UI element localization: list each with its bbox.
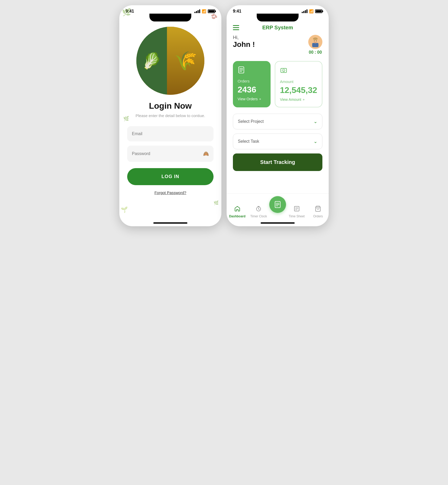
select-task-label: Select Task: [238, 139, 259, 144]
leaf-decor-br: 🌿: [214, 200, 219, 205]
leaf-decor-tr: 🫘: [211, 13, 217, 19]
dashboard-nav-icon: [234, 206, 240, 213]
password-field-container[interactable]: 🙈: [127, 146, 214, 162]
select-task-chevron: ⌄: [313, 139, 317, 144]
view-orders-link[interactable]: View Orders »: [238, 97, 266, 101]
nav-item-orders[interactable]: Orders: [307, 206, 329, 218]
view-amount-chevron: »: [303, 98, 305, 101]
erp-content: Hi, John !: [227, 35, 329, 193]
select-task-dropdown[interactable]: Select Task ⌄: [233, 134, 322, 149]
hero-left: 🥬: [136, 27, 167, 95]
avatar-container: 00 : 00: [308, 35, 322, 55]
hero-image: 🥬 🌾: [136, 27, 204, 95]
hero-right: 🌾: [167, 27, 204, 95]
email-input[interactable]: [132, 131, 209, 136]
login-button[interactable]: LOG IN: [127, 168, 214, 185]
signal-bars: [194, 9, 200, 13]
leaf-decor-bl: 🌱: [121, 206, 128, 213]
bottom-nav: Dashboard Timer Clock: [227, 193, 329, 222]
avatar[interactable]: [308, 35, 322, 49]
select-project-label: Select Project: [238, 119, 264, 124]
battery-icon: [208, 9, 215, 13]
notch: [149, 14, 191, 21]
svg-rect-0: [312, 43, 318, 47]
dashboard-nav-label: Dashboard: [229, 214, 245, 218]
stats-row: Orders 2436 View Orders » $: [233, 61, 322, 107]
erp-wifi-icon: 📶: [309, 9, 313, 13]
toggle-password-icon[interactable]: 🙈: [203, 151, 209, 157]
nav-center-fab[interactable]: [269, 196, 286, 213]
forgot-password-link[interactable]: Forgot Password?: [154, 190, 186, 195]
orders-icon: [238, 66, 266, 75]
view-amount-link[interactable]: View Amount »: [280, 97, 317, 102]
timer-nav-icon: [255, 206, 262, 213]
avatar-icon: [310, 37, 321, 47]
login-title: Login Now: [149, 101, 192, 111]
amount-svg-icon: $: [280, 67, 287, 74]
greeting-name: John !: [233, 40, 255, 49]
svg-text:$: $: [283, 70, 284, 72]
orders-value: 2436: [238, 85, 266, 94]
nav-item-timer[interactable]: Timer Clock: [248, 206, 270, 218]
svg-point-2: [313, 37, 318, 40]
timesheet-nav-label: Time Sheet: [289, 214, 305, 218]
erp-battery-icon: [315, 9, 322, 13]
amount-card[interactable]: $ Amount 12,545,32 View Amount »: [275, 61, 322, 107]
nav-item-dashboard[interactable]: Dashboard: [227, 206, 248, 218]
timer-nav-label: Timer Clock: [250, 214, 267, 218]
erp-signal-bars: [302, 9, 307, 13]
orders-nav-icon: [315, 206, 321, 213]
svg-point-3: [314, 41, 315, 41]
password-input[interactable]: [132, 151, 203, 156]
select-project-dropdown[interactable]: Select Project ⌄: [233, 114, 322, 129]
erp-phone: 9:41 📶 ERP System: [227, 5, 329, 226]
menu-button[interactable]: [233, 25, 239, 30]
erp-status-icons: 📶: [302, 9, 322, 13]
login-status-icons: 📶: [194, 9, 215, 13]
email-field-container[interactable]: [127, 126, 214, 141]
svg-point-4: [316, 41, 317, 41]
orders-svg-icon: [238, 66, 245, 74]
nav-item-timesheet[interactable]: Time Sheet: [286, 206, 307, 218]
amount-label: Amount: [280, 79, 317, 84]
orders-card[interactable]: Orders 2436 View Orders »: [233, 61, 271, 107]
nav-center-icon: [274, 201, 282, 208]
greeting-text: Hi, John !: [233, 35, 255, 49]
leaf-decor-tl: 🌿: [122, 8, 131, 16]
amount-value: 12,545,32: [280, 86, 317, 94]
start-tracking-button[interactable]: Start Tracking: [233, 153, 322, 171]
erp-notch: [257, 14, 299, 21]
leaf-decor-ml: 🌿: [123, 116, 129, 122]
home-indicator: [153, 222, 187, 224]
orders-label: Orders: [238, 79, 266, 83]
avatar-time: 00 : 00: [309, 50, 322, 55]
greeting-row: Hi, John !: [233, 35, 322, 55]
erp-time: 9:41: [233, 9, 241, 14]
erp-home-indicator: [261, 222, 295, 224]
login-phone: 9:41 📶 🌿 🫘 🌱 🌿 🌿 🥬: [119, 5, 221, 226]
greeting-hi: Hi,: [233, 35, 255, 40]
timesheet-nav-icon: [294, 206, 300, 213]
amount-icon: $: [280, 67, 317, 76]
erp-title: ERP System: [262, 25, 293, 31]
wifi-icon: 📶: [202, 9, 206, 13]
hero-collage: 🥬 🌾: [136, 27, 204, 95]
login-subtitle: Please enter the detail below to contiue…: [136, 113, 205, 118]
orders-nav-label: Orders: [313, 214, 323, 218]
view-orders-chevron: »: [259, 97, 261, 101]
select-project-chevron: ⌄: [313, 119, 317, 124]
erp-header: ERP System: [227, 21, 329, 35]
login-screen: 🌿 🫘 🌱 🌿 🌿 🥬 🌾 Login Now Please enter the…: [119, 21, 221, 222]
